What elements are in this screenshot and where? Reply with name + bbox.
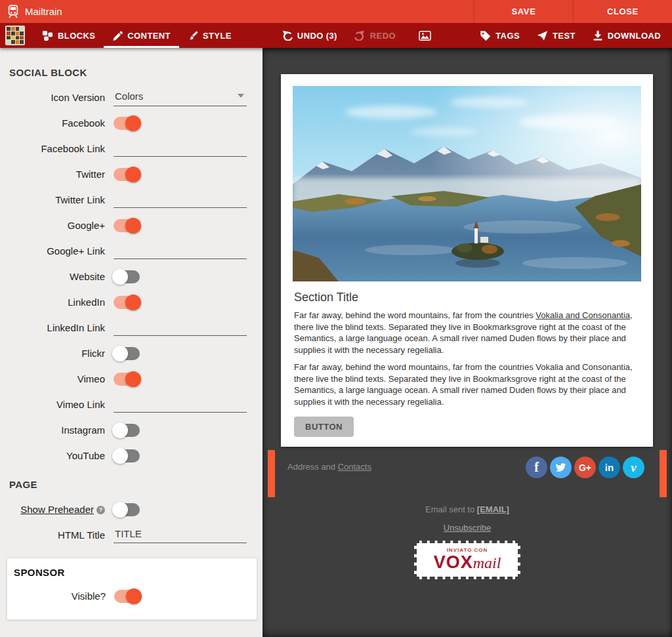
facebook-toggle[interactable] <box>114 117 140 130</box>
toggle-knob <box>112 346 128 361</box>
twitter-link-label: Twitter Link <box>0 194 105 205</box>
page-heading: PAGE <box>0 479 262 490</box>
sponsor-visible-row: Visible? <box>7 583 257 609</box>
app-brand: Mailtrain <box>0 0 62 23</box>
facebook-icon[interactable]: f <box>526 457 547 478</box>
twitter-link-input[interactable] <box>114 192 247 208</box>
brush-icon <box>188 30 198 41</box>
chevron-down-icon <box>238 94 244 98</box>
toggle-knob <box>112 448 128 464</box>
email-content-block[interactable]: Section Title Far far away, behind the w… <box>281 74 653 447</box>
contacts-link[interactable]: Contacts <box>338 462 371 472</box>
icon-version-label: Icon Version <box>0 92 105 103</box>
redo-button[interactable]: REDO <box>346 23 404 48</box>
sponsor-card: SPONSOR Visible? <box>7 558 257 620</box>
show-preheader-cell: Show Preheader? <box>0 504 105 515</box>
toggle-knob <box>125 371 141 387</box>
voxmail-stamp[interactable]: INVIATO CON VOXmail <box>414 541 520 579</box>
googleplus-link-input[interactable] <box>114 243 247 259</box>
email-cta-button[interactable]: BUTTON <box>294 417 354 437</box>
sponsor-heading: SPONSOR <box>7 567 257 578</box>
flickr-toggle[interactable] <box>114 347 140 360</box>
website-toggle[interactable] <box>114 270 140 283</box>
tab-blocks[interactable]: BLOCKS <box>33 23 104 48</box>
footer-inner: Address and Contacts f G+ in v <box>287 457 644 478</box>
social-block-rows: Icon Version Colors Facebook Facebook Li… <box>0 85 262 468</box>
mailtrain-editor: Mailtrain SAVE CLOSE BLOCKS <box>0 0 672 637</box>
website-row: Website <box>0 264 262 289</box>
editor-tabs: BLOCKS CONTENT STYLE <box>33 23 240 48</box>
linkedin-link-input[interactable] <box>114 319 247 336</box>
redo-icon <box>354 30 366 41</box>
email-sent-text: Email sent to <box>425 504 477 514</box>
email-sent-line: Email sent to [EMAIL] <box>262 504 672 514</box>
section-title[interactable]: Section Title <box>294 291 640 304</box>
gallery-button[interactable] <box>410 23 440 48</box>
html-title-input[interactable] <box>114 527 247 543</box>
linkedin-row: LinkedIn <box>0 289 262 315</box>
vimeo-link-input[interactable] <box>114 396 247 413</box>
tags-label: TAGS <box>495 31 520 41</box>
tab-content-label: CONTENT <box>127 31 171 41</box>
sponsor-visible-toggle[interactable] <box>114 590 140 603</box>
youtube-row: YouTube <box>0 443 262 468</box>
unsubscribe-line: Unsubscribe <box>262 523 672 533</box>
vimeo-toggle[interactable] <box>114 373 140 386</box>
show-preheader-link[interactable]: Show Preheader <box>20 504 94 515</box>
redo-label: REDO <box>370 31 396 41</box>
facebook-link-input[interactable] <box>114 140 247 157</box>
app-title: Mailtrain <box>25 6 62 17</box>
instagram-row: Instagram <box>0 417 262 443</box>
page-rows: Show Preheader? HTML Title <box>0 497 262 548</box>
hero-mountain-lake-image[interactable] <box>293 86 641 281</box>
youtube-label: YouTube <box>0 450 105 461</box>
paragraph-1[interactable]: Far far away, behind the word mountains,… <box>294 310 640 356</box>
help-icon[interactable]: ? <box>96 506 105 514</box>
mosaico-logo-icon <box>5 26 25 45</box>
tags-button[interactable]: TAGS <box>471 23 528 48</box>
social-icons-row: f G+ in v <box>526 457 644 478</box>
topbar: Mailtrain SAVE CLOSE <box>0 0 672 23</box>
block-selection-marker-right <box>660 450 667 497</box>
linkedin-toggle[interactable] <box>114 296 140 309</box>
facebook-link-label: Facebook Link <box>0 143 105 154</box>
twitter-icon[interactable] <box>550 457 572 478</box>
paragraph-2[interactable]: Far far away, behind the word mountains,… <box>294 361 640 407</box>
download-button[interactable]: DOWNLOAD <box>584 23 669 48</box>
show-preheader-row: Show Preheader? <box>0 497 262 522</box>
save-button[interactable]: SAVE <box>474 0 573 23</box>
toggle-knob <box>126 588 142 604</box>
flickr-label: Flickr <box>0 348 105 359</box>
close-button[interactable]: CLOSE <box>573 0 672 23</box>
tab-style[interactable]: STYLE <box>179 23 240 48</box>
download-icon <box>593 30 603 41</box>
facebook-link-row: Facebook Link <box>0 136 262 161</box>
googleplus-row: Google+ <box>0 213 262 238</box>
linkedin-link-label: LinkedIn Link <box>0 322 105 333</box>
vimeo-label: Vimeo <box>0 373 105 384</box>
toggle-knob <box>112 269 128 285</box>
tab-content[interactable]: CONTENT <box>104 23 179 48</box>
linkedin-link-row: LinkedIn Link <box>0 315 262 340</box>
email-placeholder-link[interactable]: [EMAIL] <box>477 504 509 514</box>
google-plus-icon[interactable]: G+ <box>574 457 596 478</box>
tab-style-label: STYLE <box>203 31 232 41</box>
tab-blocks-label: BLOCKS <box>58 31 95 41</box>
youtube-toggle[interactable] <box>114 449 140 462</box>
block-selection-marker-left <box>268 450 275 497</box>
twitter-toggle[interactable] <box>114 168 140 181</box>
undo-label: UNDO (3) <box>297 31 337 41</box>
vokalia-link[interactable]: Vokalia and Consonantia <box>536 310 630 320</box>
unsubscribe-link[interactable]: Unsubscribe <box>444 523 491 533</box>
icon-version-select[interactable]: Colors <box>114 89 247 106</box>
googleplus-toggle[interactable] <box>114 219 140 232</box>
test-button[interactable]: TEST <box>528 23 584 48</box>
footer-block[interactable]: Address and Contacts f G+ in v <box>262 450 672 499</box>
vimeo-icon[interactable]: v <box>623 457 644 478</box>
show-preheader-toggle[interactable] <box>114 503 140 516</box>
linkedin-icon[interactable]: in <box>598 457 620 478</box>
undo-button[interactable]: UNDO (3) <box>273 23 346 48</box>
instagram-toggle[interactable] <box>114 424 140 437</box>
footer-address[interactable]: Address and Contacts <box>287 462 371 472</box>
googleplus-link-label: Google+ Link <box>0 245 105 257</box>
